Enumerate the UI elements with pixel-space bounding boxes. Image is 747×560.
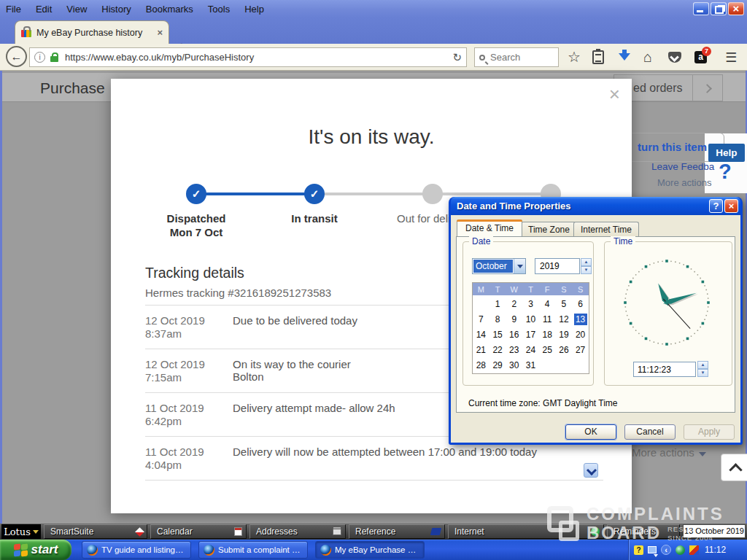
lotus-internet-button[interactable]: Internet xyxy=(448,524,604,539)
lotus-calendar-button[interactable]: Calendar xyxy=(150,524,247,539)
task-my-ebay[interactable]: My eBay Purchase his... xyxy=(315,541,425,559)
lock-icon[interactable] xyxy=(50,56,58,62)
task-tv-guide[interactable]: TV guide and listings -... xyxy=(82,541,191,559)
calendar-day-selected[interactable]: 13 xyxy=(574,314,587,325)
more-actions-dropdown[interactable]: More actions xyxy=(632,446,706,459)
spin-down-icon[interactable] xyxy=(697,369,708,377)
menu-view[interactable]: View xyxy=(66,4,87,15)
lotus-addresses-button[interactable]: Addresses xyxy=(249,524,346,539)
tray-collapse-icon[interactable] xyxy=(661,545,671,555)
home-icon[interactable] xyxy=(643,48,652,66)
calendar-day[interactable]: 29 xyxy=(491,359,504,371)
tab-time-zone[interactable]: Time Zone xyxy=(521,222,577,237)
downloads-icon[interactable] xyxy=(619,53,630,61)
calendar-day[interactable]: 30 xyxy=(508,359,521,371)
time-field[interactable] xyxy=(633,362,696,377)
tab-my-ebay[interactable]: My eBay Purchase history xyxy=(15,20,169,44)
cancel-button[interactable]: Cancel xyxy=(624,424,676,440)
year-field[interactable]: 2019 xyxy=(535,258,580,274)
calendar-day[interactable]: 7 xyxy=(474,314,487,325)
spin-up-icon[interactable] xyxy=(581,258,592,266)
hamburger-menu-icon[interactable] xyxy=(725,48,737,66)
pocket-icon[interactable] xyxy=(668,52,681,63)
search-input[interactable] xyxy=(489,51,554,63)
calendar-day[interactable]: 5 xyxy=(557,298,570,310)
restore-button[interactable] xyxy=(711,2,727,15)
minimize-button[interactable] xyxy=(693,2,709,15)
scroll-down-button[interactable] xyxy=(584,463,598,478)
calendar-day[interactable]: 18 xyxy=(541,329,554,341)
calendar-day[interactable]: 31 xyxy=(524,359,537,371)
dialog-help-button[interactable] xyxy=(709,199,723,213)
addresses-icon xyxy=(333,529,341,535)
amazon-extension-icon[interactable]: 7 xyxy=(694,51,707,63)
tab-date-time[interactable]: Date & Time xyxy=(457,219,522,236)
spin-down-icon[interactable] xyxy=(581,266,592,274)
calendar-day[interactable]: 14 xyxy=(474,329,487,341)
modal-close-icon[interactable] xyxy=(609,85,620,104)
menu-tools[interactable]: Tools xyxy=(208,4,230,15)
calendar-day[interactable]: 8 xyxy=(491,314,504,325)
dialog-close-button[interactable] xyxy=(724,199,738,213)
calendar-day[interactable]: 12 xyxy=(557,314,570,325)
back-button[interactable] xyxy=(6,46,27,67)
calendar-day[interactable]: 25 xyxy=(541,344,554,356)
close-button[interactable] xyxy=(728,2,744,15)
calendar-day[interactable]: 17 xyxy=(524,329,537,341)
spin-up-icon[interactable] xyxy=(697,361,708,369)
calendar-day[interactable]: 3 xyxy=(524,298,537,310)
month-dropdown[interactable]: October xyxy=(472,258,526,274)
url-input[interactable] xyxy=(63,51,447,63)
tab-close-icon[interactable] xyxy=(157,27,163,38)
calendar-day[interactable]: 20 xyxy=(574,329,587,341)
tray-window-icon[interactable] xyxy=(648,546,657,553)
calendar-day[interactable]: 24 xyxy=(524,344,537,356)
ok-button[interactable]: OK xyxy=(565,424,616,440)
search-bar[interactable] xyxy=(474,47,559,67)
calendar-day[interactable]: 21 xyxy=(474,344,487,356)
calendar-day[interactable]: 11 xyxy=(541,314,554,325)
calendar-day[interactable]: 27 xyxy=(574,344,587,356)
calendar-day[interactable]: 28 xyxy=(474,359,487,371)
calendar-day[interactable]: 9 xyxy=(508,314,521,325)
calendar-day[interactable]: 4 xyxy=(541,298,554,310)
leave-feedback-link[interactable]: Leave Feedba xyxy=(651,161,714,172)
library-icon[interactable] xyxy=(592,50,604,64)
site-info-icon[interactable] xyxy=(34,52,45,63)
calendar-day[interactable]: 10 xyxy=(524,314,537,325)
menu-edit[interactable]: Edit xyxy=(36,4,52,15)
calendar-day[interactable]: 15 xyxy=(491,329,504,341)
menu-file[interactable]: File xyxy=(6,4,21,15)
apply-button[interactable]: Apply xyxy=(684,424,735,440)
reload-icon[interactable] xyxy=(452,51,462,64)
calendar-day[interactable]: 1 xyxy=(491,298,504,310)
calendar-day[interactable]: 16 xyxy=(508,329,521,341)
bookmark-star-icon[interactable] xyxy=(568,48,581,66)
menu-history[interactable]: History xyxy=(101,4,131,15)
calendar-day[interactable]: 2 xyxy=(508,298,521,310)
url-bar[interactable] xyxy=(29,47,467,67)
start-button[interactable]: start xyxy=(0,540,71,560)
menu-help[interactable]: Help xyxy=(244,4,264,15)
tray-network-icon[interactable] xyxy=(676,545,685,555)
calendar-day[interactable]: 6 xyxy=(574,298,587,310)
calendar-day[interactable]: 22 xyxy=(491,344,504,356)
dialog-titlebar[interactable]: Date and Time Properties xyxy=(451,197,740,215)
calendar-day[interactable]: 23 xyxy=(508,344,521,356)
tray-notes-icon[interactable] xyxy=(689,545,699,555)
back-to-top-button[interactable] xyxy=(721,454,747,481)
lotus-reference-button[interactable]: Reference xyxy=(349,524,445,539)
progress-track-done xyxy=(196,192,314,195)
more-actions-link[interactable]: More actions xyxy=(657,177,711,188)
calendar-day[interactable]: 26 xyxy=(557,344,570,356)
lotus-menu-button[interactable]: Lotus xyxy=(1,524,41,539)
lotus-smartsuite-button[interactable]: SmartSuite xyxy=(44,524,147,539)
lotus-reminders-button[interactable]: Reminders xyxy=(607,524,680,539)
tab-internet-time[interactable]: Internet Time xyxy=(573,222,639,237)
calendar-day[interactable]: 19 xyxy=(557,329,570,341)
chevron-down-icon[interactable] xyxy=(514,259,525,273)
menu-bookmarks[interactable]: Bookmarks xyxy=(146,4,193,15)
task-submit-complaint[interactable]: Submit a complaint □... xyxy=(198,541,308,559)
tray-help-icon[interactable] xyxy=(634,545,643,555)
help-question-icon[interactable]: ? xyxy=(719,160,732,184)
